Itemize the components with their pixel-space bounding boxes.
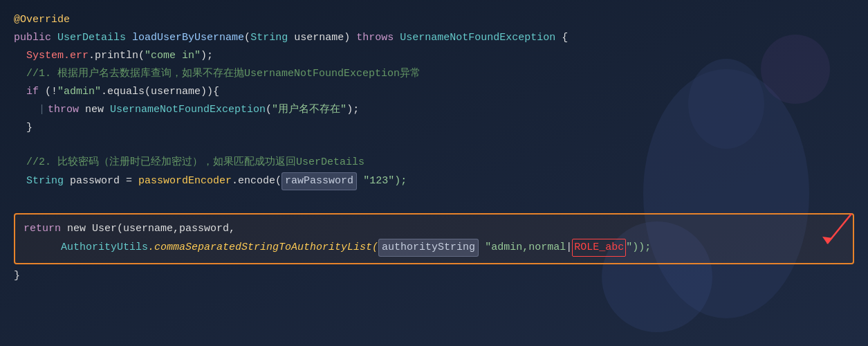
return-line2: AuthorityUtils .commaSeparatedStringToAu… [61, 238, 844, 257]
role-abc-highlight: ROLE_abc [572, 239, 626, 257]
string-admin: "admin" [57, 84, 101, 100]
exception-type: UsernameNotFoundException [400, 30, 555, 46]
password-encoder-ref: passwordEncoder [138, 173, 232, 190]
encode-method: .encode( [232, 173, 281, 190]
return-block: return new User(username,password, Autho… [14, 213, 854, 264]
keyword-if: if [26, 84, 39, 100]
type-string: String [26, 173, 64, 190]
system-class: System.err [26, 48, 89, 64]
password-line: String password = passwordEncoder .encod… [26, 172, 854, 191]
keyword-throws: throws [356, 30, 394, 46]
return-line1: return new User(username,password, [24, 220, 844, 238]
comment1-line: //1. 根据用户名去数据库查询，如果不存在抛UsernameNotFoundE… [26, 65, 854, 83]
string-roles: "admin,normal [485, 239, 566, 256]
password-var: password = [64, 173, 138, 190]
keyword-public: public [14, 30, 51, 46]
block-bar: | [39, 102, 45, 118]
comment2-line: //2. 比较密码（注册时已经加密过），如果匹配成功返回UserDetails [26, 154, 854, 172]
username-ref: username [151, 84, 201, 100]
final-brace: } [14, 267, 854, 285]
authority-utils: AuthorityUtils [61, 239, 148, 256]
empty-line-2 [14, 191, 854, 208]
comment1: //1. 根据用户名去数据库查询，如果不存在抛UsernameNotFoundE… [26, 66, 421, 82]
annotation-line: @Override [14, 11, 854, 29]
authority-string-param: authorityString [378, 239, 479, 257]
comment2: //2. 比较密码（注册时已经加密过），如果匹配成功返回UserDetails [26, 154, 364, 171]
keyword-throw: throw [48, 102, 79, 118]
csv-method: .commaSeparatedStringToAuthorityList( [148, 239, 378, 256]
brace-final: } [14, 268, 20, 284]
string-come-in: "come in" [145, 48, 201, 64]
empty-line-1 [14, 137, 854, 154]
return-type: UserDetails [57, 30, 126, 46]
string-end: ")); [626, 239, 651, 256]
keyword-return: return [24, 221, 61, 237]
throw-line: | throw new UsernameNotFoundException ( … [39, 101, 854, 119]
raw-password-param: rawPassword [281, 172, 357, 190]
red-arrow [789, 210, 858, 252]
return-rest: new User(username,password, [61, 221, 235, 237]
method-name: loadUserByUsername [132, 30, 244, 46]
param-type: String [250, 30, 288, 46]
code-editor: @Override public UserDetails loadUserByU… [0, 0, 868, 346]
param-name: username [294, 30, 344, 46]
method-signature-line: public UserDetails loadUserByUsername ( … [14, 29, 854, 47]
annotation: @Override [14, 12, 70, 28]
string-no-user: "用户名不存在" [272, 102, 347, 118]
string-123: "123"); [363, 173, 407, 190]
brace-close1: } [26, 119, 854, 137]
exception-class: UsernameNotFoundException [110, 102, 266, 118]
system-err-line: System.err .println( "come in" ); [26, 47, 854, 65]
if-line: if (! "admin" .equals( username )){ [26, 83, 854, 101]
